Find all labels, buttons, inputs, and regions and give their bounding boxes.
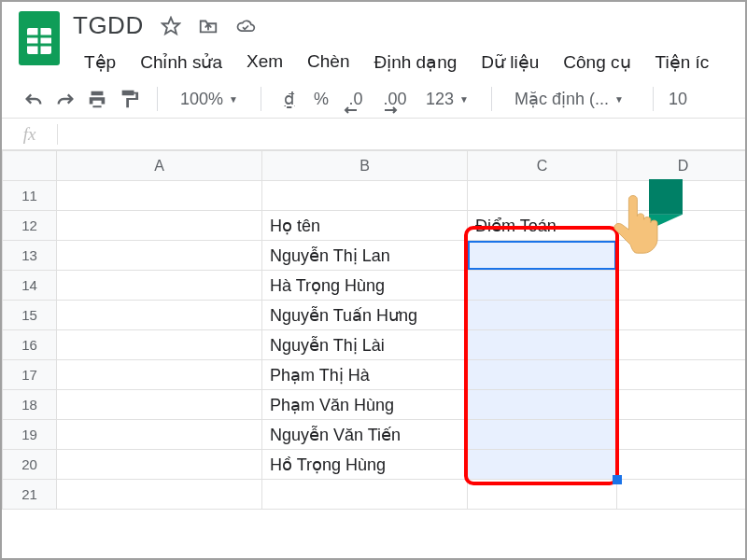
- print-button[interactable]: [84, 86, 110, 112]
- col-header-A[interactable]: A: [57, 151, 262, 181]
- cell-C18[interactable]: [468, 390, 617, 420]
- row-header-16[interactable]: 16: [3, 330, 57, 360]
- cell-B16[interactable]: Nguyễn Thị Lài: [262, 330, 468, 360]
- separator: [491, 87, 492, 111]
- row-header-15[interactable]: 15: [3, 301, 57, 330]
- fx-label: fx: [2, 124, 58, 145]
- cell-C16[interactable]: [468, 330, 617, 360]
- menu-tiện íc[interactable]: Tiện íc: [644, 48, 721, 77]
- formula-input[interactable]: [58, 119, 745, 149]
- cell-C20[interactable]: [468, 450, 617, 480]
- numfmt-value: 123: [426, 90, 454, 109]
- font-value: Mặc định (...: [514, 89, 609, 109]
- zoom-dropdown[interactable]: 100%▼: [173, 90, 246, 109]
- separator: [653, 87, 654, 111]
- row-header-21[interactable]: 21: [3, 480, 57, 510]
- currency-button[interactable]: ₫: [276, 86, 303, 112]
- menu-chỉnh sửa[interactable]: Chỉnh sửa: [129, 48, 233, 77]
- row-header-14[interactable]: 14: [3, 271, 57, 301]
- cell-A12[interactable]: [57, 211, 262, 241]
- increase-decimal-button[interactable]: .00: [377, 86, 413, 112]
- decrease-decimal-button[interactable]: .0: [340, 86, 372, 112]
- cell-A16[interactable]: [57, 330, 262, 360]
- undo-button[interactable]: [21, 86, 47, 112]
- cell-A11[interactable]: [57, 181, 262, 211]
- cell-D13[interactable]: [617, 241, 748, 271]
- cell-B11[interactable]: [262, 181, 468, 211]
- menu-tệp[interactable]: Tệp: [73, 48, 127, 77]
- col-header-C[interactable]: C: [468, 151, 617, 181]
- cell-D19[interactable]: [617, 420, 748, 450]
- cell-B12[interactable]: Họ tên: [262, 211, 468, 241]
- menu-xem[interactable]: Xem: [235, 48, 294, 77]
- cell-C15[interactable]: [468, 301, 617, 330]
- chevron-down-icon: ▼: [614, 94, 624, 105]
- paint-format-button[interactable]: [116, 86, 142, 112]
- cloud-status-icon[interactable]: [235, 16, 256, 36]
- cell-C21[interactable]: [468, 480, 617, 510]
- selection-handle[interactable]: [613, 475, 622, 484]
- cell-D12[interactable]: [617, 211, 748, 241]
- select-all-corner[interactable]: [3, 151, 57, 181]
- cell-B13[interactable]: Nguyễn Thị Lan: [262, 241, 468, 271]
- font-size[interactable]: 10: [669, 90, 687, 109]
- cell-D16[interactable]: [617, 330, 748, 360]
- svg-marker-5: [162, 17, 179, 33]
- menu-định dạng[interactable]: Định dạng: [362, 48, 468, 77]
- chevron-down-icon: ▼: [229, 94, 238, 105]
- cell-C12[interactable]: Điểm Toán: [468, 211, 617, 241]
- cell-C14[interactable]: [468, 271, 617, 301]
- menu-công cụ[interactable]: Công cụ: [552, 48, 641, 77]
- cell-A13[interactable]: [57, 241, 262, 271]
- percent-button[interactable]: %: [308, 86, 334, 112]
- cell-D17[interactable]: [617, 360, 748, 390]
- row-header-13[interactable]: 13: [3, 241, 57, 271]
- cell-B21[interactable]: [262, 480, 468, 510]
- cell-B18[interactable]: Phạm Văn Hùng: [262, 390, 468, 420]
- cell-D20[interactable]: [617, 450, 748, 480]
- cell-D11[interactable]: [617, 181, 748, 211]
- move-folder-icon[interactable]: [198, 16, 218, 36]
- menu-dữ liệu[interactable]: Dữ liệu: [470, 48, 550, 77]
- cell-D14[interactable]: [617, 271, 748, 301]
- cell-B15[interactable]: Nguyễn Tuấn Hưng: [262, 301, 468, 330]
- cell-A19[interactable]: [57, 420, 262, 450]
- cell-A15[interactable]: [57, 301, 262, 330]
- cell-B20[interactable]: Hồ Trọng Hùng: [262, 450, 468, 480]
- separator: [157, 87, 158, 111]
- toolbar: 100%▼ ₫ % .0 .00 123▼ Mặc định (...▼ 10: [2, 77, 745, 119]
- row-header-20[interactable]: 20: [3, 450, 57, 480]
- cell-D15[interactable]: [617, 301, 748, 330]
- row-header-18[interactable]: 18: [3, 390, 57, 420]
- row-header-11[interactable]: 11: [3, 181, 57, 211]
- star-icon[interactable]: [161, 16, 181, 36]
- row-header-17[interactable]: 17: [3, 360, 57, 390]
- separator: [261, 87, 261, 111]
- cell-A18[interactable]: [57, 390, 262, 420]
- cell-A20[interactable]: [57, 450, 262, 480]
- cell-A21[interactable]: [57, 480, 262, 510]
- cell-A17[interactable]: [57, 360, 262, 390]
- doc-title[interactable]: TGDD: [73, 11, 144, 40]
- cell-D21[interactable]: [617, 480, 748, 510]
- cell-C13[interactable]: [468, 241, 617, 271]
- col-header-D[interactable]: D: [617, 151, 748, 181]
- cell-B19[interactable]: Nguyễn Văn Tiến: [262, 420, 468, 450]
- col-header-B[interactable]: B: [262, 151, 468, 181]
- cell-C17[interactable]: [468, 360, 617, 390]
- redo-button[interactable]: [52, 86, 78, 112]
- menu-chèn[interactable]: Chèn: [296, 48, 360, 77]
- cell-C11[interactable]: [468, 181, 617, 211]
- cell-D18[interactable]: [617, 390, 748, 420]
- cell-A14[interactable]: [57, 271, 262, 301]
- row-header-19[interactable]: 19: [3, 420, 57, 450]
- cell-C19[interactable]: [468, 420, 617, 450]
- font-dropdown[interactable]: Mặc định (...▼: [507, 89, 638, 109]
- row-header-12[interactable]: 12: [3, 211, 57, 241]
- menubar: TệpChỉnh sửaXemChènĐịnh dạngDữ liệuCông …: [73, 48, 728, 77]
- cell-B17[interactable]: Phạm Thị Hà: [262, 360, 468, 390]
- number-format-dropdown[interactable]: 123▼: [418, 90, 476, 109]
- spreadsheet-grid[interactable]: ABCD 1112Họ tênĐiểm Toán13Nguyễn Thị Lan…: [2, 150, 747, 510]
- sheets-logo-icon: [19, 11, 60, 65]
- cell-B14[interactable]: Hà Trọng Hùng: [262, 271, 468, 301]
